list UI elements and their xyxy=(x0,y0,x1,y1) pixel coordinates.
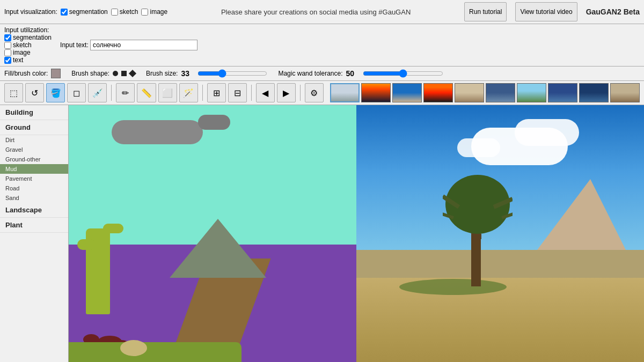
drawing-canvas[interactable]: 💾 xyxy=(69,105,356,362)
sidebar: Building Ground Dirt Gravel Ground-other… xyxy=(0,105,69,362)
viz-image-checkbox[interactable] xyxy=(141,9,148,16)
erase-tool-button[interactable]: ◻ xyxy=(67,83,86,102)
brush-shape-section: Brush shape: xyxy=(71,70,135,77)
viz-segmentation-checkbox[interactable] xyxy=(61,9,68,16)
thumbnail-8[interactable] xyxy=(548,83,577,102)
magic-wand-value: 50 xyxy=(346,69,360,78)
social-text: Please share your creations on social me… xyxy=(176,8,456,16)
sidebar-sub-sand[interactable]: Sand xyxy=(0,193,68,203)
viz-image-label[interactable]: image xyxy=(141,8,167,16)
square-shape-option[interactable] xyxy=(121,71,127,76)
brush-size-section: Brush size: 33 xyxy=(146,69,267,78)
plant-arm-right xyxy=(103,224,123,233)
toolbar-separator-2 xyxy=(202,85,203,101)
util-text-checkbox[interactable] xyxy=(4,57,11,64)
result-cloud-3 xyxy=(457,138,500,157)
brush-bar: Fill/brush color: Brush shape: Brush siz… xyxy=(0,67,644,81)
sidebar-category-ground[interactable]: Ground xyxy=(0,120,68,135)
result-rocks xyxy=(356,250,644,278)
sidebar-sub-gravel[interactable]: Gravel xyxy=(0,145,68,154)
cloud-shape-2 xyxy=(198,115,230,130)
result-tree-top xyxy=(443,169,513,239)
brush-size-label: Brush size: xyxy=(146,70,178,77)
magic-wand-label: Magic wand tolerance: xyxy=(278,70,342,77)
thumbnail-9[interactable] xyxy=(579,83,609,102)
app-title: GauGAN2 Beta xyxy=(586,8,640,16)
thumbnail-10[interactable] xyxy=(610,83,640,102)
brush-size-value: 33 xyxy=(181,69,194,78)
sidebar-sub-dirt[interactable]: Dirt xyxy=(0,135,68,145)
draw-tool-button[interactable]: ✏ xyxy=(116,83,135,102)
view-tutorial-button[interactable]: View tutorial video xyxy=(515,2,577,21)
thumbnail-strip xyxy=(330,83,640,102)
dropper-tool-button[interactable]: 💉 xyxy=(88,83,107,102)
grid-tool-button[interactable]: ⊞ xyxy=(207,83,226,102)
magic-wand-slider[interactable] xyxy=(363,69,443,78)
thumbnail-3[interactable] xyxy=(392,83,422,102)
sidebar-sub-mud[interactable]: Mud xyxy=(0,164,68,174)
result-cloud-2 xyxy=(515,119,579,146)
cloud-shape-1 xyxy=(112,120,203,144)
brush-shape-label: Brush shape: xyxy=(71,70,109,77)
sidebar-sub-road[interactable]: Road xyxy=(0,183,68,193)
brush-size-slider[interactable] xyxy=(197,69,267,78)
thumbnail-2[interactable] xyxy=(361,83,391,102)
random-button[interactable]: ⚙ xyxy=(305,83,324,102)
run-tutorial-button[interactable]: Run tutorial xyxy=(464,2,507,21)
svg-marker-0 xyxy=(170,219,266,278)
util-segmentation-label[interactable]: segmentation xyxy=(4,34,52,41)
sidebar-category-landscape[interactable]: Landscape xyxy=(0,203,68,218)
thumbnail-7[interactable] xyxy=(517,83,546,102)
thumbnail-4[interactable] xyxy=(423,83,453,102)
util-sketch-label[interactable]: sketch xyxy=(4,41,52,49)
fill-color-section: Fill/brush color: xyxy=(4,69,61,78)
top-bar: Input visualization: segmentation sketch… xyxy=(0,0,644,24)
line-tool-button[interactable]: 📏 xyxy=(137,83,156,102)
rotate-tool-button[interactable]: ↺ xyxy=(25,83,44,102)
toolbar-separator-4 xyxy=(300,85,301,101)
util-image-checkbox[interactable] xyxy=(4,49,11,56)
green-ground xyxy=(69,342,241,362)
eraser-tool-button[interactable]: ⬜ xyxy=(158,83,177,102)
sidebar-sub-ground-other[interactable]: Ground-other xyxy=(0,154,68,164)
util-text-label[interactable]: text xyxy=(4,56,52,64)
sidebar-sub-pavement[interactable]: Pavement xyxy=(0,174,68,183)
thumbnail-1[interactable] xyxy=(330,83,360,102)
util-segmentation-checkbox[interactable] xyxy=(4,34,11,41)
diamond-shape-option[interactable] xyxy=(129,70,136,77)
toolbar-separator-1 xyxy=(111,85,112,101)
toolbar: ⬚ ↺ 🪣 ◻ 💉 ✏ 📏 ⬜ 🪄 ⊞ ⊟ ◀ ▶ ⚙ xyxy=(0,81,644,105)
viz-segmentation-label[interactable]: segmentation xyxy=(61,8,108,16)
viz-sketch-checkbox[interactable] xyxy=(111,9,118,16)
util-sketch-checkbox[interactable] xyxy=(4,42,11,49)
sidebar-category-building[interactable]: Building xyxy=(0,105,68,120)
viz-sketch-label[interactable]: sketch xyxy=(111,8,138,16)
result-shrubs xyxy=(399,279,507,295)
input-util-label: Input utilization: xyxy=(4,26,49,34)
mountain-shape xyxy=(170,219,266,278)
input-visualization-section: Input visualization: segmentation sketch… xyxy=(4,8,167,16)
result-photo: 💾 xyxy=(356,105,644,362)
result-ground xyxy=(356,267,644,362)
next-button[interactable]: ▶ xyxy=(277,83,296,102)
input-text-field[interactable] xyxy=(90,40,197,50)
fill-tool-button[interactable]: 🪣 xyxy=(46,83,65,102)
util-image-label[interactable]: image xyxy=(4,49,52,56)
color-swatch[interactable] xyxy=(51,69,61,78)
input-viz-label: Input visualization: xyxy=(4,8,57,16)
thumbnail-5[interactable] xyxy=(455,83,484,102)
magic-wand-tool-button[interactable]: 🪄 xyxy=(179,83,198,102)
prev-button[interactable]: ◀ xyxy=(256,83,275,102)
input-text-section: Input text: xyxy=(60,40,197,50)
thumbnail-6[interactable] xyxy=(486,83,515,102)
fill-label: Fill/brush color: xyxy=(4,70,48,77)
magic-wand-section: Magic wand tolerance: 50 xyxy=(278,69,443,78)
input-text-label: Input text: xyxy=(60,41,89,49)
circle-shape-option[interactable] xyxy=(113,71,118,76)
main-area: Building Ground Dirt Gravel Ground-other… xyxy=(0,105,644,362)
sidebar-category-plant[interactable]: Plant xyxy=(0,218,68,233)
plant-arm-left xyxy=(77,239,96,250)
result-canvas: 💾 xyxy=(356,105,644,362)
select-tool-button[interactable]: ⬚ xyxy=(4,83,23,102)
zoom-tool-button[interactable]: ⊟ xyxy=(228,83,247,102)
